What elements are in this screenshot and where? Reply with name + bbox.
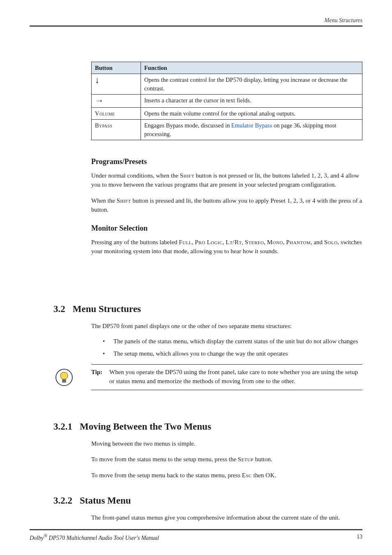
table-row: Bypass Engages Bypass mode, discussed in… bbox=[92, 120, 362, 140]
text: Engages Bypass mode, discussed in bbox=[144, 122, 231, 129]
svg-point-1 bbox=[60, 372, 68, 379]
emulator-bypass-link[interactable]: Emulator Bypass bbox=[231, 122, 272, 129]
list-item: The setup menu, which allows you to chan… bbox=[103, 349, 362, 358]
cell-function: Opens the contrast control for the DP570… bbox=[141, 74, 362, 95]
setup-label: Setup bbox=[238, 456, 254, 462]
tip-label: Tip: bbox=[91, 368, 109, 386]
volume-label: Volume bbox=[95, 110, 115, 117]
cell-function: Engages Bypass mode, discussed in Emulat… bbox=[141, 120, 362, 140]
section-menu-structures: 3.2Menu Structures bbox=[53, 303, 362, 316]
shift-label: Shift bbox=[180, 172, 194, 179]
menus-bullets: The panels of the status menu, which dis… bbox=[103, 337, 362, 358]
status-p: The front-panel status menus give you co… bbox=[91, 513, 362, 522]
page-footer: Dolby® DP570 Multichannel Audio Tool Use… bbox=[30, 529, 362, 542]
programs-presets-heading: Programs/Presets bbox=[91, 157, 362, 167]
table-row: Volume Opens the main volume control for… bbox=[92, 108, 362, 120]
esc-label: Esc bbox=[242, 472, 252, 479]
ok-label: OK bbox=[265, 472, 275, 479]
table-row: → Inserts a character at the cursor in t… bbox=[92, 94, 362, 107]
moving-p3: To move from the setup menu back to the … bbox=[91, 471, 362, 480]
tip-rule-top bbox=[91, 364, 362, 365]
header-section-title: Menu Structures bbox=[325, 16, 362, 25]
header-rule bbox=[30, 25, 362, 27]
section-status-menu: 3.2.2Status Menu bbox=[53, 494, 362, 507]
th-function: Function bbox=[141, 62, 362, 74]
th-button: Button bbox=[92, 62, 141, 74]
svg-rect-2 bbox=[62, 379, 66, 382]
shift-label: Shift bbox=[117, 197, 131, 204]
moving-p1: Moving between the two menus is simple. bbox=[91, 439, 362, 448]
moving-p2: To move from the status menu to the setu… bbox=[91, 455, 362, 464]
monitor-selection-heading: Monitor Selection bbox=[91, 223, 362, 234]
list-item: The panels of the status menu, which dis… bbox=[103, 337, 362, 346]
menus-intro: The DP570 front panel displays one or th… bbox=[91, 321, 362, 331]
programs-p2: When the Shift button is pressed and lit… bbox=[91, 196, 362, 214]
cell-function: Opens the main volume control for the op… bbox=[141, 108, 362, 120]
page-number: 13 bbox=[357, 533, 362, 542]
table-row: ↓ Opens the contrast control for the DP5… bbox=[92, 74, 362, 95]
programs-p1: Under normal conditions, when the Shift … bbox=[91, 171, 362, 189]
bypass-label: Bypass bbox=[95, 122, 113, 129]
down-arrow-icon: ↓ bbox=[95, 76, 99, 85]
monitor-p: Pressing any of the buttons labeled Full… bbox=[91, 238, 362, 256]
footer-title: Dolby® DP570 Multichannel Audio Tool Use… bbox=[30, 533, 159, 542]
right-arrow-icon: → bbox=[95, 96, 104, 105]
tip-text: When you operate the DP570 using the fro… bbox=[109, 368, 362, 386]
button-function-table: Button Function ↓ Opens the contrast con… bbox=[91, 62, 362, 140]
lightbulb-icon bbox=[55, 368, 73, 386]
cell-function: Inserts a character at the cursor in tex… bbox=[141, 94, 362, 107]
section-moving-between-menus: 3.2.1Moving Between the Two Menus bbox=[53, 420, 362, 433]
tip-rule-bottom bbox=[91, 390, 362, 390]
